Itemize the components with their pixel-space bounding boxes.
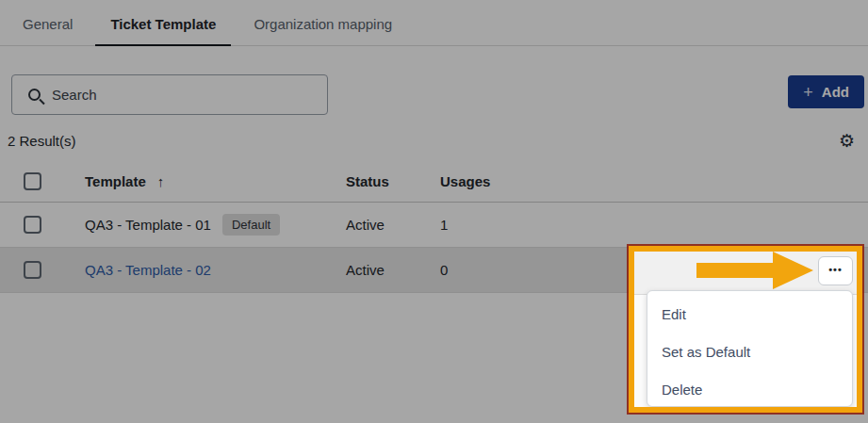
add-button-label: Add [822,84,849,100]
default-badge: Default [222,214,280,236]
search-box [11,74,328,115]
template-name-link[interactable]: QA3 - Template - 02 [85,262,211,278]
row-checkbox[interactable] [24,261,41,279]
tab-bar: General Ticket Template Organization map… [0,0,868,46]
ticket-template-settings-page: General Ticket Template Organization map… [0,0,868,423]
menu-item-edit[interactable]: Edit [647,295,852,333]
table-row: QA3 - Template - 01 Default Active 1 [0,203,868,248]
toolbar: + Add [11,74,864,115]
tab-general[interactable]: General [21,16,74,45]
column-header-usages: Usages [440,173,868,189]
menu-item-set-as-default[interactable]: Set as Default [647,333,852,370]
annotation-arrow [696,263,774,278]
status-cell: Active [346,217,440,233]
template-name: QA3 - Template - 01 [85,217,211,233]
column-header-template[interactable]: Template ↑ [85,173,346,189]
menu-item-delete[interactable]: Delete [647,370,852,408]
ellipsis-icon: ••• [828,265,843,275]
select-all-checkbox[interactable] [24,172,41,190]
annotation-arrow-head [773,252,813,289]
template-cell: QA3 - Template - 02 [85,262,346,278]
add-button[interactable]: + Add [788,75,864,108]
gear-icon[interactable]: ⚙ [839,132,855,150]
row-actions-strip: ••• [634,252,857,295]
plus-icon: + [803,84,813,101]
results-row: 2 Result(s) ⚙ [8,132,855,150]
sort-asc-icon: ↑ [157,173,165,189]
column-header-template-label: Template [85,173,146,189]
template-cell: QA3 - Template - 01 Default [85,214,346,236]
column-header-status: Status [346,173,440,189]
row-checkbox[interactable] [24,216,41,234]
row-checkbox-cell [0,216,85,234]
annotation-highlight-box: ••• Edit Set as Default Delete [629,246,862,413]
usages-cell: 1 [440,217,868,233]
table-header-row: Template ↑ Status Usages [0,161,868,203]
select-all-cell [0,172,85,190]
row-checkbox-cell [0,261,85,279]
search-icon [28,89,41,101]
tab-ticket-template[interactable]: Ticket Template [108,16,218,45]
results-count: 2 Result(s) [8,133,76,149]
search-input[interactable] [52,87,318,103]
status-cell: Active [346,262,440,278]
tab-organization-mapping[interactable]: Organization mapping [252,16,394,45]
row-actions-menu: Edit Set as Default Delete [647,290,853,407]
row-actions-button[interactable]: ••• [818,256,853,285]
